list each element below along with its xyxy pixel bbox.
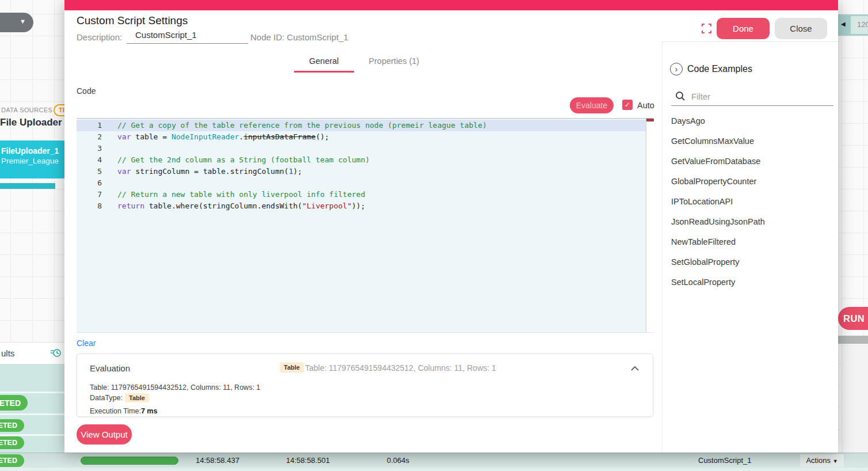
row-separator	[0, 434, 65, 436]
code-example-item[interactable]: DaysAgo	[671, 111, 833, 131]
code-line[interactable]: 2var table = NodeInputReader.inputAsData…	[77, 131, 646, 143]
execution-time-row: Execution Time:7 ms	[90, 407, 157, 415]
code-line[interactable]: 3	[77, 143, 646, 154]
code-text: var table = NodeInputReader.inputAsDataF…	[102, 131, 329, 143]
datatype-badge: Table	[125, 393, 149, 402]
canvas-dropdown-pill[interactable]: ▼	[0, 13, 33, 32]
right-side-panel	[842, 344, 868, 453]
line-number: 5	[77, 166, 102, 177]
code-line[interactable]: 4// Get the 2nd column as a String (foot…	[77, 154, 646, 166]
evaluation-detail: Table: 1179765491594432512, Columns: 11,…	[90, 383, 260, 392]
duration: 0.064s	[387, 456, 409, 465]
done-button[interactable]: Done	[717, 18, 770, 39]
editor-scrollbar[interactable]	[646, 119, 653, 332]
tab-general[interactable]: General	[294, 54, 354, 73]
code-text: // Get the 2nd column as a String (footb…	[102, 154, 370, 166]
chevron-down-icon: ▼	[20, 18, 26, 25]
execution-status-bar: 14:58:58.437 14:58:58.501 0.064s CustomS…	[0, 453, 868, 468]
actions-button[interactable]: Actions ▼	[800, 454, 844, 467]
node-name: FileUploader_1	[1, 146, 68, 156]
code-text: // Return a new table with only liverpoo…	[102, 189, 365, 200]
code-example-item[interactable]: IPToLocationAPI	[671, 192, 833, 212]
tab-properties[interactable]: Properties (1)	[354, 54, 435, 73]
line-number: 6	[77, 177, 102, 189]
code-text: return table.where(stringColumn.endsWith…	[102, 200, 365, 212]
code-lines[interactable]: 1// Get a copy of the table reference fr…	[77, 119, 646, 332]
chevron-down-icon: ▼	[833, 458, 838, 464]
status-badge-completed: LETED	[0, 419, 24, 432]
data-sources-label: DATA SOURCES	[1, 107, 52, 113]
evaluate-button[interactable]: Evaluate	[570, 97, 614, 113]
collapsed-panel-value: 120	[857, 20, 868, 29]
code-line[interactable]: 7// Return a new table with only liverpo…	[77, 189, 646, 200]
code-editor[interactable]: 1// Get a copy of the table reference fr…	[77, 118, 653, 333]
code-text: var stringColumn = table.stringColumn(1)…	[102, 166, 302, 177]
run-button[interactable]: RUN	[838, 307, 868, 330]
status-node-name: CustomScript_1	[698, 456, 751, 465]
code-line[interactable]: 1// Get a copy of the table reference fr…	[77, 120, 646, 131]
code-examples-panel: › Code Examples DaysAgoGetColumnsMaxValu…	[662, 41, 838, 453]
custom-script-settings-dialog: Custom Script Settings Description: Node…	[64, 0, 838, 453]
description-input[interactable]	[127, 26, 248, 44]
dialog-title: Custom Script Settings	[77, 14, 188, 27]
status-badge-completed: PLETED	[0, 395, 28, 411]
code-examples-title: Code Examples	[687, 64, 752, 74]
close-button[interactable]: Close	[775, 18, 827, 39]
bottom-strip	[0, 468, 868, 471]
collapse-left-icon[interactable]: ◀	[841, 21, 846, 27]
auto-checkbox[interactable]: ✓	[622, 100, 633, 110]
filter-input[interactable]	[691, 89, 827, 103]
view-output-button[interactable]: View Output	[77, 424, 132, 445]
datatype-label: DataType:	[90, 394, 123, 402]
code-example-item[interactable]: GetColumnsMaxValue	[671, 131, 833, 151]
line-number: 3	[77, 143, 102, 154]
code-example-item[interactable]: SetLocalProperty	[671, 272, 833, 293]
line-number: 4	[77, 154, 102, 166]
chevron-up-icon[interactable]	[631, 363, 639, 373]
code-example-item[interactable]: SetGlobalProperty	[671, 252, 833, 272]
execution-time-label: Execution Time:	[90, 407, 141, 415]
node-status-bar	[0, 183, 55, 189]
code-text	[102, 177, 122, 189]
scrollbar-thumb[interactable]	[646, 119, 654, 121]
filter-underline	[671, 105, 833, 106]
node-subtitle: Premier_League	[1, 156, 68, 166]
code-example-item[interactable]: NewTableFiltered	[671, 232, 833, 252]
code-line[interactable]: 6	[77, 177, 646, 189]
progress-bar	[81, 457, 178, 465]
row-separator	[0, 392, 65, 393]
line-number: 2	[77, 131, 102, 143]
node-id-label: Node ID: CustomScript_1	[250, 32, 348, 42]
app-screen: ▼ DATA SOURCES TR File Uploader FileUplo…	[0, 0, 868, 471]
dialog-accent-bar	[64, 0, 838, 10]
line-number: 8	[77, 200, 102, 212]
history-clock-icon[interactable]	[50, 347, 62, 361]
panel-divider	[838, 336, 868, 344]
end-time: 14:58:58.501	[286, 456, 330, 465]
clear-link[interactable]: Clear	[77, 339, 96, 348]
results-toolbar: ults	[0, 343, 65, 364]
datatype-row: DataType:Table	[90, 394, 149, 402]
line-number: 7	[77, 189, 102, 200]
chevron-right-circle-icon[interactable]: ›	[670, 63, 683, 75]
code-example-item[interactable]: GetValueFromDatabase	[671, 151, 833, 172]
code-example-item[interactable]: GlobalPropertyCounter	[671, 172, 833, 192]
evaluation-title: Evaluation	[90, 363, 130, 373]
search-icon	[675, 91, 686, 104]
file-uploader-node[interactable]: FileUploader_1 Premier_League	[0, 140, 68, 178]
code-line[interactable]: 8return table.where(stringColumn.endsWit…	[77, 200, 646, 212]
evaluation-summary: Table: 1179765491594432512, Columns: 11,…	[305, 363, 496, 373]
tab-bar: General Properties (1)	[294, 54, 434, 73]
code-section-label: Code	[77, 86, 96, 96]
table-type-badge: Table	[280, 362, 304, 373]
row-separator	[0, 413, 65, 415]
results-label: ults	[1, 348, 14, 358]
code-example-item[interactable]: JsonReadUsingJsonPath	[671, 212, 833, 232]
collapsed-panel[interactable]: ◀ 120	[838, 14, 868, 36]
code-examples-list: DaysAgoGetColumnsMaxValueGetValueFromDat…	[671, 111, 833, 293]
code-text: // Get a copy of the table reference fro…	[102, 120, 487, 131]
fullscreen-icon[interactable]	[702, 24, 711, 33]
code-line[interactable]: 5var stringColumn = table.stringColumn(1…	[77, 166, 646, 177]
status-badge-completed: LETED	[0, 436, 24, 449]
execution-time-value: 7 ms	[141, 407, 158, 415]
